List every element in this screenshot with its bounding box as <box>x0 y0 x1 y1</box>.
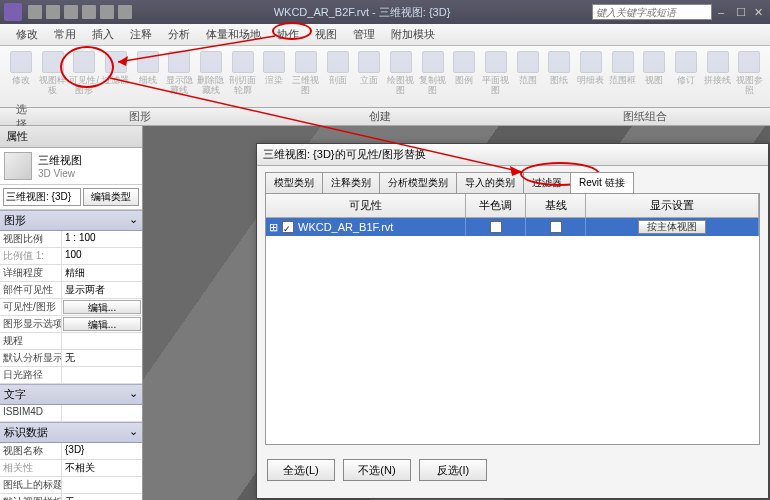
ribbon-3d-view[interactable]: 三维视图 <box>291 49 321 105</box>
ribbon-schedule[interactable]: 明细表 <box>576 49 606 105</box>
tab-collab[interactable]: 协作 <box>269 25 307 44</box>
ribbon-scope-box[interactable]: 范围框 <box>608 49 638 105</box>
group-create: 创建 <box>240 109 520 124</box>
link-row[interactable]: ⊞ WKCD_AR_B1F.rvt 按主体视图 <box>266 218 759 236</box>
tab-annotation-categories[interactable]: 注释类别 <box>322 172 380 193</box>
tab-revit-links[interactable]: Revit 链接 <box>570 172 634 193</box>
prop-value[interactable]: 不相关 <box>62 460 142 476</box>
dup-icon <box>422 51 444 73</box>
ribbon-remove-hidden[interactable]: 删除隐藏线 <box>196 49 226 105</box>
property-row[interactable]: 日光路径 <box>0 367 142 384</box>
ribbon-render[interactable]: 渲染 <box>259 49 289 105</box>
ribbon-elevation[interactable]: 立面 <box>354 49 384 105</box>
ribbon-duplicate-view[interactable]: 复制视图 <box>418 49 448 105</box>
ribbon-scope[interactable]: 范围 <box>513 49 543 105</box>
tab-home[interactable]: 常用 <box>46 25 84 44</box>
close-icon[interactable]: ✕ <box>754 6 766 18</box>
property-row[interactable]: 视图比例1 : 100 <box>0 231 142 248</box>
property-row[interactable]: 默认分析显示无 <box>0 350 142 367</box>
link-underlay-checkbox[interactable] <box>550 221 562 233</box>
tab-insert[interactable]: 插入 <box>84 25 122 44</box>
property-row[interactable]: 规程 <box>0 333 142 350</box>
ribbon-view-ref[interactable]: 视图参照 <box>734 49 764 105</box>
ribbon-sheet[interactable]: 图纸 <box>544 49 574 105</box>
prop-value[interactable]: 编辑... <box>63 317 141 331</box>
prop-value[interactable]: 100 <box>62 248 142 264</box>
ribbon-drafting-view[interactable]: 绘图视图 <box>386 49 416 105</box>
qat-print-icon[interactable] <box>100 5 114 19</box>
sbox-icon <box>612 51 634 73</box>
prop-group-graphics[interactable]: 图形⌄ <box>0 210 142 231</box>
prop-value[interactable]: 显示两者 <box>62 282 142 298</box>
ribbon-cut-profile[interactable]: 剖切面轮廓 <box>228 49 258 105</box>
qat-undo-icon[interactable] <box>64 5 78 19</box>
property-row[interactable]: 图纸上的标题 <box>0 477 142 494</box>
ribbon-view2[interactable]: 视图 <box>639 49 669 105</box>
select-all-button[interactable]: 全选(L) <box>267 459 335 481</box>
tab-view[interactable]: 视图 <box>307 25 345 44</box>
template-icon <box>42 51 64 73</box>
qat-sync-icon[interactable] <box>118 5 132 19</box>
tab-annotate[interactable]: 注释 <box>122 25 160 44</box>
property-row[interactable]: 默认视图样板无 <box>0 494 142 500</box>
tab-modify[interactable]: 修改 <box>8 25 46 44</box>
qat-redo-icon[interactable] <box>82 5 96 19</box>
ribbon-show-hidden[interactable]: 显示隐藏线 <box>164 49 194 105</box>
tab-analytical-categories[interactable]: 分析模型类别 <box>379 172 457 193</box>
property-row[interactable]: 图形显示选项编辑... <box>0 316 142 333</box>
ribbon-thin-lines[interactable]: 细线 <box>133 49 163 105</box>
help-search-input[interactable] <box>592 4 712 20</box>
select-none-button[interactable]: 不选(N) <box>343 459 411 481</box>
prop-value[interactable]: 无 <box>62 350 142 366</box>
prop-key: 默认分析显示 <box>0 350 62 366</box>
property-row[interactable]: ISBIM4D <box>0 405 142 422</box>
property-row[interactable]: 比例值 1:100 <box>0 248 142 265</box>
app-logo-icon[interactable] <box>4 3 22 21</box>
property-row[interactable]: 部件可见性显示两者 <box>0 282 142 299</box>
ribbon-legend[interactable]: 图例 <box>449 49 479 105</box>
property-row[interactable]: 可见性/图形编辑... <box>0 299 142 316</box>
ribbon-matchline[interactable]: 拼接线 <box>703 49 733 105</box>
qat-save-icon[interactable] <box>46 5 60 19</box>
tab-addins[interactable]: 附加模块 <box>383 25 443 44</box>
view-selector-dropdown[interactable]: 三维视图: {3D} <box>3 188 81 206</box>
link-visibility-checkbox[interactable] <box>282 221 294 233</box>
prop-value[interactable] <box>62 367 142 383</box>
tab-massing[interactable]: 体量和场地 <box>198 25 269 44</box>
type-preview[interactable]: 三维视图 3D View <box>0 148 142 185</box>
prop-value[interactable]: 编辑... <box>63 300 141 314</box>
qat-open-icon[interactable] <box>28 5 42 19</box>
prop-value[interactable] <box>62 405 142 421</box>
tab-analyze[interactable]: 分析 <box>160 25 198 44</box>
ribbon-view-template[interactable]: 视图样板 <box>38 49 68 105</box>
minimize-icon[interactable]: – <box>718 6 730 18</box>
ribbon-plan-view[interactable]: 平面视图 <box>481 49 511 105</box>
tab-filters[interactable]: 过滤器 <box>523 172 571 193</box>
col-visibility: 可见性 <box>266 194 466 217</box>
prop-value[interactable]: 1 : 100 <box>62 231 142 247</box>
prop-value[interactable]: 无 <box>62 494 142 500</box>
prop-group-identity[interactable]: 标识数据⌄ <box>0 422 142 443</box>
tab-manage[interactable]: 管理 <box>345 25 383 44</box>
property-row[interactable]: 详细程度精细 <box>0 265 142 282</box>
ribbon-filters[interactable]: 过滤器 <box>101 49 131 105</box>
link-halftone-checkbox[interactable] <box>490 221 502 233</box>
ribbon-visibility-graphics[interactable]: 可见性/图形 <box>69 49 99 105</box>
tab-model-categories[interactable]: 模型类别 <box>265 172 323 193</box>
property-row[interactable]: 视图名称{3D} <box>0 443 142 460</box>
invert-selection-button[interactable]: 反选(I) <box>419 459 487 481</box>
ribbon-modify[interactable]: 修改 <box>6 49 36 105</box>
prop-value[interactable]: {3D} <box>62 443 142 459</box>
prop-value[interactable] <box>62 333 142 349</box>
prop-value[interactable] <box>62 477 142 493</box>
edit-type-button[interactable]: 编辑类型 <box>83 188 139 206</box>
property-row[interactable]: 相关性不相关 <box>0 460 142 477</box>
prop-group-text[interactable]: 文字⌄ <box>0 384 142 405</box>
maximize-icon[interactable]: ☐ <box>736 6 748 18</box>
tab-imported-categories[interactable]: 导入的类别 <box>456 172 524 193</box>
ribbon-section[interactable]: 剖面 <box>323 49 353 105</box>
prop-value[interactable]: 精细 <box>62 265 142 281</box>
ribbon-revision[interactable]: 修订 <box>671 49 701 105</box>
dialog-titlebar[interactable]: 三维视图: {3D}的可见性/图形替换 <box>257 144 768 166</box>
display-settings-button[interactable]: 按主体视图 <box>638 220 706 234</box>
